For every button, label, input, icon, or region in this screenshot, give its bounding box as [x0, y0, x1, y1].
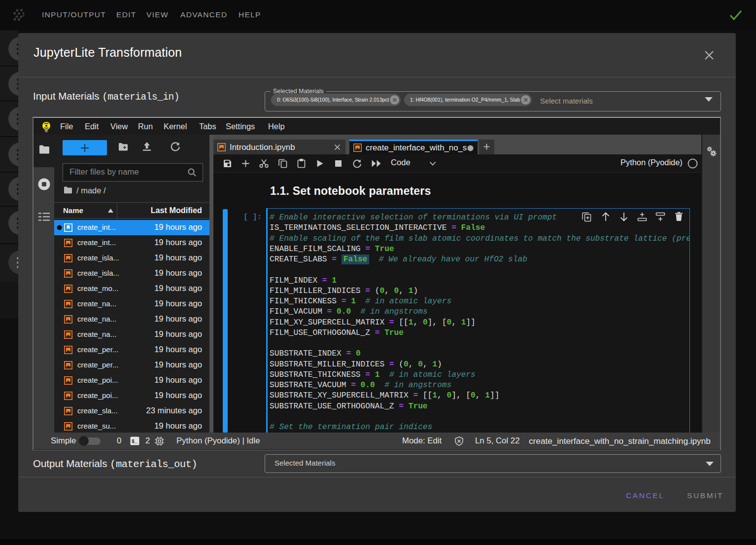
svg-text:$_: $_ — [132, 439, 138, 444]
